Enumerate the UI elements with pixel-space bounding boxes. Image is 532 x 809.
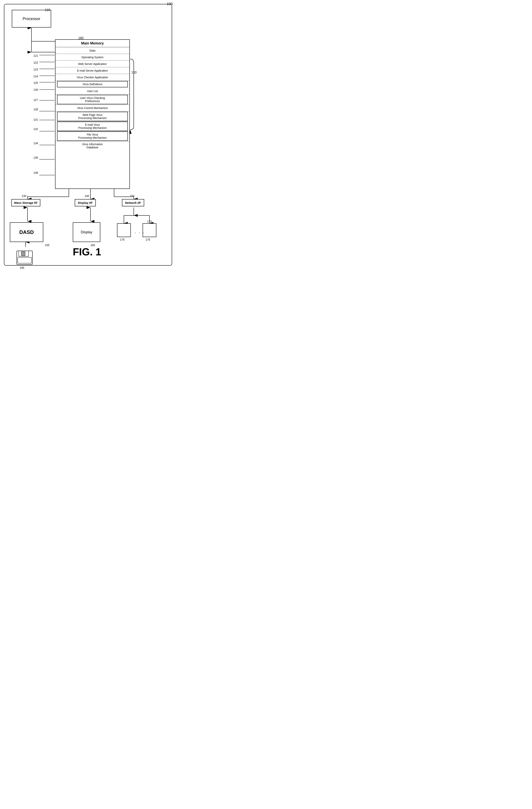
ref-110: 110 — [45, 8, 50, 12]
ref-140: 140 — [85, 194, 89, 197]
ref-195: 195 — [20, 266, 24, 269]
ref-100: 100 — [167, 2, 173, 6]
memory-row-123: Web Server Application — [55, 61, 129, 67]
ref-126: 126 — [33, 88, 38, 91]
main-memory-box: Main Memory Data Operating System Web Se… — [55, 39, 130, 189]
ref-150: 150 — [130, 194, 134, 197]
memory-row-121: Data — [55, 47, 129, 54]
mass-storage-if-box: Mass Storage I/F — [12, 199, 40, 206]
processor-label: Processor — [23, 17, 40, 21]
svg-rect-42 — [18, 257, 32, 263]
memory-row-131: Virus Control Mechanism — [55, 105, 129, 111]
ref-124: 124 — [33, 75, 38, 78]
ref-125: 125 — [33, 81, 38, 84]
memory-row-138: Virus InformationDatabase — [55, 141, 129, 150]
dasd-box: DASD — [10, 222, 43, 242]
memory-row-128: User Virus CheckingPreferences — [57, 95, 128, 104]
dasd-label: DASD — [19, 229, 34, 235]
display-box: Display — [73, 222, 100, 242]
ref-121: 121 — [33, 54, 38, 57]
network-if-label: Network I/F — [125, 201, 141, 204]
ref-131: 131 — [33, 118, 38, 121]
network-if-box: Network I/F — [122, 199, 144, 206]
ref-128: 128 — [33, 108, 38, 111]
display-if-box: Display I/F — [75, 199, 96, 206]
ref-134: 134 — [33, 142, 38, 145]
ref-136: 136 — [33, 156, 38, 159]
display-if-label: Display I/F — [78, 201, 93, 204]
display-label: Display — [81, 230, 92, 234]
ref-130: 130 — [22, 194, 26, 197]
ref-138: 138 — [33, 171, 38, 174]
disk-icon — [16, 250, 33, 265]
memory-row-122: Operating System — [55, 54, 129, 61]
ref-132: 132 — [33, 127, 38, 131]
svg-rect-41 — [21, 252, 25, 256]
main-memory-title: Main Memory — [55, 40, 129, 47]
memory-row-132: Web Page VirusProcessing Mechanism — [57, 112, 128, 121]
network-node-1 — [117, 223, 131, 237]
ref-120: 120 — [131, 71, 137, 74]
ref-155: 155 — [45, 244, 49, 247]
mass-storage-if-label: Mass Storage I/F — [14, 201, 38, 204]
memory-row-124: E-mail Server Application — [55, 67, 129, 74]
memory-row-126: Virus Definitions — [57, 81, 128, 87]
diagram-container: 100 — [0, 0, 177, 270]
ref-175-2: 175 — [145, 238, 150, 241]
ref-175-1: 175 — [120, 238, 124, 241]
memory-row-136: File VirusProcessing Mechanism — [57, 132, 128, 141]
memory-row-125: Virus Checker Application — [55, 74, 129, 81]
figure-label: FIG. 1 — [73, 246, 101, 258]
ref-170: 170 — [147, 220, 152, 223]
processor-box: Processor — [12, 10, 51, 28]
memory-row-127: User List — [55, 88, 129, 94]
ref-123: 123 — [33, 68, 38, 71]
ref-127: 127 — [33, 98, 38, 102]
ref-122: 122 — [33, 61, 38, 64]
ellipsis: . . . — [135, 229, 145, 234]
memory-row-134: E-mail VirusProcessing Mechanism — [57, 122, 128, 131]
